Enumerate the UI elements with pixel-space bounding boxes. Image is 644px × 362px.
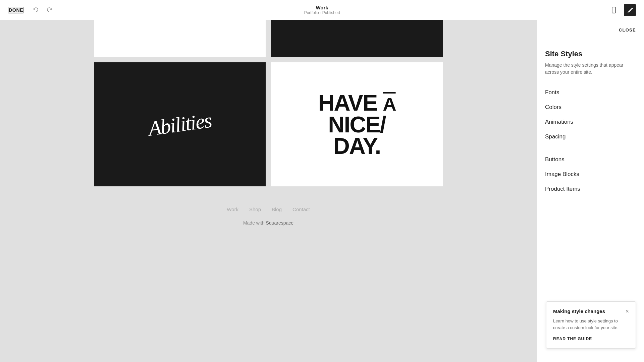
style-nav-spacing[interactable]: Spacing (545, 129, 636, 144)
svg-point-1 (613, 12, 614, 12)
footer-made-with: Made with Squarespace (94, 220, 443, 226)
style-nav-group-2: Buttons Image Blocks Product Items (545, 152, 636, 196)
panel-content: Site Styles Manage the style settings th… (537, 40, 644, 302)
topbar-center: Work Portfolio · Published (304, 5, 340, 15)
site-footer: Work Shop Blog Contact Made with Squares… (94, 186, 443, 232)
footer-nav: Work Shop Blog Contact (94, 206, 443, 212)
topbar: DONE Work Portfolio · Published (0, 0, 644, 20)
done-button[interactable]: DONE (8, 7, 24, 13)
tip-card-container: Making style changes × Learn how to use … (537, 302, 644, 362)
tip-card-header: Making style changes × (553, 308, 629, 314)
style-nav-group-1: Fonts Colors Animations Spacing (545, 85, 636, 144)
portfolio-item-1-1[interactable] (94, 20, 266, 57)
page-subtitle: Portfolio · Published (304, 10, 340, 15)
panel-description: Manage the style settings that appear ac… (545, 62, 636, 76)
panel-close-bar: CLOSE (537, 20, 644, 40)
portfolio-row-1 (94, 20, 443, 57)
footer-nav-work[interactable]: Work (227, 206, 238, 212)
abilities-text: Abilities (147, 108, 213, 141)
style-nav-group-2-items: Buttons Image Blocks Product Items (545, 152, 636, 196)
style-navigation: Fonts Colors Animations Spacing Buttons … (545, 85, 636, 199)
style-nav-fonts[interactable]: Fonts (545, 85, 636, 100)
squarespace-link[interactable]: Squarespace (266, 220, 294, 226)
redo-button[interactable] (44, 5, 55, 15)
portfolio-row-2: Abilities HAVE ANICE/DAY. (94, 62, 443, 186)
main-layout: Abilities HAVE ANICE/DAY. Work Shop Blog… (0, 20, 644, 362)
page-title: Work (304, 5, 340, 10)
canvas-inner: Abilities HAVE ANICE/DAY. Work Shop Blog… (0, 20, 537, 252)
footer-nav-shop[interactable]: Shop (249, 206, 261, 212)
portfolio-item-1-2[interactable] (271, 20, 443, 57)
read-guide-link[interactable]: READ THE GUIDE (553, 337, 592, 341)
topbar-right (608, 4, 636, 16)
undo-button[interactable] (31, 5, 41, 15)
panel-title: Site Styles (545, 50, 636, 58)
style-editor-button[interactable] (624, 4, 636, 16)
style-tip-card: Making style changes × Learn how to use … (546, 301, 636, 349)
close-panel-button[interactable]: CLOSE (619, 27, 636, 33)
style-nav-product-items[interactable]: Product Items (545, 182, 636, 196)
nice-day-text: HAVE ANICE/DAY. (318, 92, 395, 157)
tip-card-title: Making style changes (553, 308, 605, 314)
style-nav-image-blocks[interactable]: Image Blocks (545, 167, 636, 182)
right-panel: CLOSE Site Styles Manage the style setti… (537, 20, 644, 362)
style-nav-group-1-items: Fonts Colors Animations Spacing (545, 85, 636, 144)
style-nav-buttons[interactable]: Buttons (545, 152, 636, 167)
canvas-area[interactable]: Abilities HAVE ANICE/DAY. Work Shop Blog… (0, 20, 537, 362)
portfolio-item-abilities[interactable]: Abilities (94, 62, 266, 186)
undo-redo-group (31, 5, 55, 15)
mobile-preview-button[interactable] (608, 4, 620, 16)
topbar-left: DONE (8, 5, 55, 15)
style-nav-animations[interactable]: Animations (545, 115, 636, 129)
tip-card-description: Learn how to use style settings to creat… (553, 318, 629, 331)
footer-nav-contact[interactable]: Contact (292, 206, 310, 212)
style-nav-colors[interactable]: Colors (545, 100, 636, 115)
tip-card-close-button[interactable]: × (625, 308, 629, 314)
portfolio-item-nice-day[interactable]: HAVE ANICE/DAY. (271, 62, 443, 186)
footer-nav-blog[interactable]: Blog (272, 206, 282, 212)
